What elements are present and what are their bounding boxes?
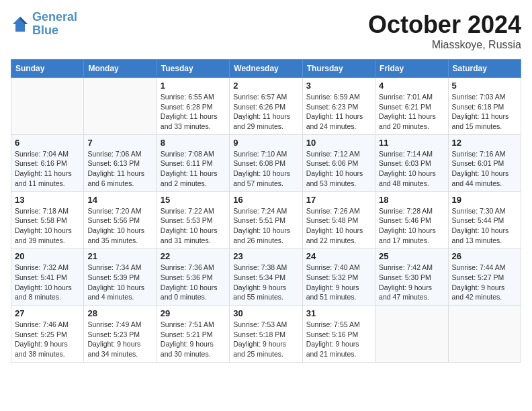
logo-text-line2: Blue <box>32 24 77 38</box>
day-number: 16 <box>233 195 298 205</box>
calendar-week-row: 1Sunrise: 6:55 AM Sunset: 6:28 PM Daylig… <box>11 78 521 135</box>
calendar-cell: 10Sunrise: 7:12 AM Sunset: 6:06 PM Dayli… <box>302 134 375 191</box>
month-title: October 2024 <box>368 11 521 39</box>
calendar-cell: 23Sunrise: 7:38 AM Sunset: 5:34 PM Dayli… <box>230 248 302 306</box>
calendar-cell: 17Sunrise: 7:26 AM Sunset: 5:48 PM Dayli… <box>302 191 375 248</box>
day-number: 6 <box>15 138 80 148</box>
day-number: 14 <box>87 195 152 205</box>
calendar-cell: 9Sunrise: 7:10 AM Sunset: 6:08 PM Daylig… <box>230 134 302 191</box>
calendar-cell: 6Sunrise: 7:04 AM Sunset: 6:16 PM Daylig… <box>11 134 84 191</box>
day-info: Sunrise: 7:12 AM Sunset: 6:06 PM Dayligh… <box>306 149 371 189</box>
day-info: Sunrise: 7:36 AM Sunset: 5:36 PM Dayligh… <box>161 263 226 302</box>
day-number: 28 <box>87 308 152 318</box>
calendar-cell: 11Sunrise: 7:14 AM Sunset: 6:03 PM Dayli… <box>375 134 448 191</box>
calendar-week-row: 13Sunrise: 7:18 AM Sunset: 5:58 PM Dayli… <box>11 191 521 248</box>
logo: General Blue <box>11 11 77 38</box>
day-info: Sunrise: 6:59 AM Sunset: 6:23 PM Dayligh… <box>306 92 371 132</box>
day-info: Sunrise: 7:30 AM Sunset: 5:44 PM Dayligh… <box>452 206 517 246</box>
day-number: 7 <box>87 138 152 148</box>
calendar-table: SundayMondayTuesdayWednesdayThursdayFrid… <box>11 59 521 363</box>
day-info: Sunrise: 7:44 AM Sunset: 5:27 PM Dayligh… <box>452 263 517 302</box>
day-info: Sunrise: 7:24 AM Sunset: 5:51 PM Dayligh… <box>233 206 298 246</box>
day-number: 23 <box>233 251 298 261</box>
weekday-header: Sunday <box>11 60 84 78</box>
day-info: Sunrise: 7:26 AM Sunset: 5:48 PM Dayligh… <box>306 206 371 246</box>
calendar-cell <box>375 306 448 363</box>
day-number: 30 <box>233 308 298 318</box>
weekday-header: Thursday <box>302 60 375 78</box>
day-info: Sunrise: 7:18 AM Sunset: 5:58 PM Dayligh… <box>15 206 80 246</box>
calendar-cell: 15Sunrise: 7:22 AM Sunset: 5:53 PM Dayli… <box>157 191 229 248</box>
calendar-cell <box>448 306 521 363</box>
weekday-header: Friday <box>375 60 448 78</box>
day-number: 12 <box>452 138 517 148</box>
day-number: 25 <box>379 251 444 261</box>
calendar-cell: 5Sunrise: 7:03 AM Sunset: 6:18 PM Daylig… <box>448 78 521 135</box>
day-info: Sunrise: 7:28 AM Sunset: 5:46 PM Dayligh… <box>379 206 444 246</box>
day-number: 22 <box>161 251 226 261</box>
calendar-cell: 21Sunrise: 7:34 AM Sunset: 5:39 PM Dayli… <box>84 248 157 306</box>
day-info: Sunrise: 6:57 AM Sunset: 6:26 PM Dayligh… <box>233 92 298 132</box>
page-header: General Blue October 2024 Miasskoye, Rus… <box>11 11 521 51</box>
day-info: Sunrise: 7:34 AM Sunset: 5:39 PM Dayligh… <box>87 263 152 302</box>
day-number: 5 <box>452 81 517 91</box>
calendar-cell: 20Sunrise: 7:32 AM Sunset: 5:41 PM Dayli… <box>11 248 84 306</box>
calendar-cell <box>11 78 84 135</box>
day-number: 17 <box>306 195 371 205</box>
day-info: Sunrise: 7:51 AM Sunset: 5:21 PM Dayligh… <box>161 320 226 359</box>
day-number: 4 <box>379 81 444 91</box>
title-block: October 2024 Miasskoye, Russia <box>368 11 521 51</box>
day-info: Sunrise: 7:40 AM Sunset: 5:32 PM Dayligh… <box>306 263 371 302</box>
weekday-header: Monday <box>84 60 157 78</box>
day-number: 21 <box>87 251 152 261</box>
day-number: 24 <box>306 251 371 261</box>
weekday-header: Saturday <box>448 60 521 78</box>
location: Miasskoye, Russia <box>368 39 521 51</box>
calendar-cell: 14Sunrise: 7:20 AM Sunset: 5:56 PM Dayli… <box>84 191 157 248</box>
day-number: 27 <box>15 308 80 318</box>
calendar-cell: 24Sunrise: 7:40 AM Sunset: 5:32 PM Dayli… <box>302 248 375 306</box>
logo-icon <box>11 15 30 34</box>
calendar-cell: 1Sunrise: 6:55 AM Sunset: 6:28 PM Daylig… <box>157 78 229 135</box>
calendar-header-row: SundayMondayTuesdayWednesdayThursdayFrid… <box>11 60 521 78</box>
day-number: 19 <box>452 195 517 205</box>
calendar-cell: 29Sunrise: 7:51 AM Sunset: 5:21 PM Dayli… <box>157 306 229 363</box>
day-number: 15 <box>161 195 226 205</box>
day-info: Sunrise: 7:16 AM Sunset: 6:01 PM Dayligh… <box>452 149 517 189</box>
logo-text-line1: General <box>32 11 77 24</box>
calendar-cell: 13Sunrise: 7:18 AM Sunset: 5:58 PM Dayli… <box>11 191 84 248</box>
calendar-cell: 27Sunrise: 7:46 AM Sunset: 5:25 PM Dayli… <box>11 306 84 363</box>
calendar-cell: 2Sunrise: 6:57 AM Sunset: 6:26 PM Daylig… <box>230 78 302 135</box>
day-number: 13 <box>15 195 80 205</box>
day-info: Sunrise: 7:49 AM Sunset: 5:23 PM Dayligh… <box>87 320 152 359</box>
day-info: Sunrise: 7:42 AM Sunset: 5:30 PM Dayligh… <box>379 263 444 302</box>
day-info: Sunrise: 7:14 AM Sunset: 6:03 PM Dayligh… <box>379 149 444 189</box>
calendar-cell: 16Sunrise: 7:24 AM Sunset: 5:51 PM Dayli… <box>230 191 302 248</box>
calendar-cell: 18Sunrise: 7:28 AM Sunset: 5:46 PM Dayli… <box>375 191 448 248</box>
day-info: Sunrise: 7:53 AM Sunset: 5:18 PM Dayligh… <box>233 320 298 359</box>
weekday-header: Wednesday <box>230 60 302 78</box>
day-number: 31 <box>306 308 371 318</box>
calendar-cell: 25Sunrise: 7:42 AM Sunset: 5:30 PM Dayli… <box>375 248 448 306</box>
day-info: Sunrise: 7:20 AM Sunset: 5:56 PM Dayligh… <box>87 206 152 246</box>
calendar-cell: 3Sunrise: 6:59 AM Sunset: 6:23 PM Daylig… <box>302 78 375 135</box>
day-info: Sunrise: 7:01 AM Sunset: 6:21 PM Dayligh… <box>379 92 444 132</box>
day-number: 26 <box>452 251 517 261</box>
day-number: 20 <box>15 251 80 261</box>
day-number: 8 <box>161 138 226 148</box>
day-number: 3 <box>306 81 371 91</box>
day-info: Sunrise: 7:22 AM Sunset: 5:53 PM Dayligh… <box>161 206 226 246</box>
day-info: Sunrise: 7:32 AM Sunset: 5:41 PM Dayligh… <box>15 263 80 302</box>
calendar-cell: 4Sunrise: 7:01 AM Sunset: 6:21 PM Daylig… <box>375 78 448 135</box>
calendar-cell: 30Sunrise: 7:53 AM Sunset: 5:18 PM Dayli… <box>230 306 302 363</box>
day-number: 2 <box>233 81 298 91</box>
weekday-header: Tuesday <box>157 60 229 78</box>
day-info: Sunrise: 7:03 AM Sunset: 6:18 PM Dayligh… <box>452 92 517 132</box>
day-info: Sunrise: 7:46 AM Sunset: 5:25 PM Dayligh… <box>15 320 80 359</box>
day-info: Sunrise: 6:55 AM Sunset: 6:28 PM Dayligh… <box>161 92 226 132</box>
calendar-cell: 22Sunrise: 7:36 AM Sunset: 5:36 PM Dayli… <box>157 248 229 306</box>
day-number: 18 <box>379 195 444 205</box>
day-number: 1 <box>161 81 226 91</box>
calendar-cell: 31Sunrise: 7:55 AM Sunset: 5:16 PM Dayli… <box>302 306 375 363</box>
day-number: 11 <box>379 138 444 148</box>
